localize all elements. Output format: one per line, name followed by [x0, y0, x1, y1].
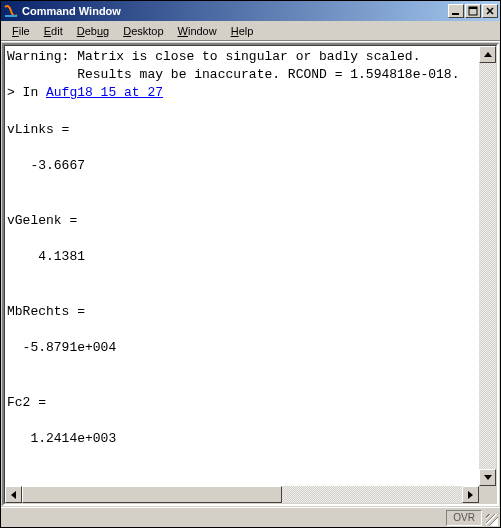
menu-help[interactable]: Help	[224, 23, 261, 39]
menu-debug[interactable]: Debug	[70, 23, 116, 39]
resize-grip[interactable]	[484, 510, 498, 526]
svg-rect-3	[469, 7, 477, 9]
console-output[interactable]: Warning: Matrix is close to singular or …	[5, 46, 496, 503]
menu-file[interactable]: File	[5, 23, 37, 39]
title-bar[interactable]: Command Window	[1, 1, 500, 21]
minimize-button[interactable]	[448, 4, 464, 18]
status-bar: OVR	[1, 507, 500, 527]
command-window: Command Window File Edit Debug Desktop W…	[0, 0, 501, 528]
status-ovr: OVR	[446, 510, 482, 526]
svg-rect-0	[5, 15, 17, 17]
scroll-right-button[interactable]	[462, 486, 479, 503]
vertical-scroll-track[interactable]	[479, 63, 496, 469]
svg-rect-1	[452, 13, 459, 15]
scroll-down-button[interactable]	[479, 469, 496, 486]
horizontal-scroll-track[interactable]	[22, 486, 462, 503]
window-controls	[448, 4, 498, 18]
scroll-up-button[interactable]	[479, 46, 496, 63]
scroll-left-button[interactable]	[5, 486, 22, 503]
error-link[interactable]: Aufg18_15 at 27	[46, 85, 163, 100]
arrow-up-icon	[484, 52, 492, 57]
menu-edit[interactable]: Edit	[37, 23, 70, 39]
vertical-scrollbar[interactable]	[479, 46, 496, 486]
horizontal-scrollbar[interactable]	[5, 486, 496, 503]
menu-bar: File Edit Debug Desktop Window Help	[1, 21, 500, 41]
scrollbar-corner	[479, 486, 496, 503]
app-icon	[3, 3, 19, 19]
arrow-down-icon	[484, 475, 492, 480]
maximize-button[interactable]	[465, 4, 481, 18]
menu-window[interactable]: Window	[171, 23, 224, 39]
menu-desktop[interactable]: Desktop	[116, 23, 170, 39]
arrow-left-icon	[11, 491, 16, 499]
horizontal-scroll-thumb[interactable]	[22, 486, 282, 503]
window-title: Command Window	[22, 5, 448, 17]
arrow-right-icon	[468, 491, 473, 499]
close-button[interactable]	[482, 4, 498, 18]
